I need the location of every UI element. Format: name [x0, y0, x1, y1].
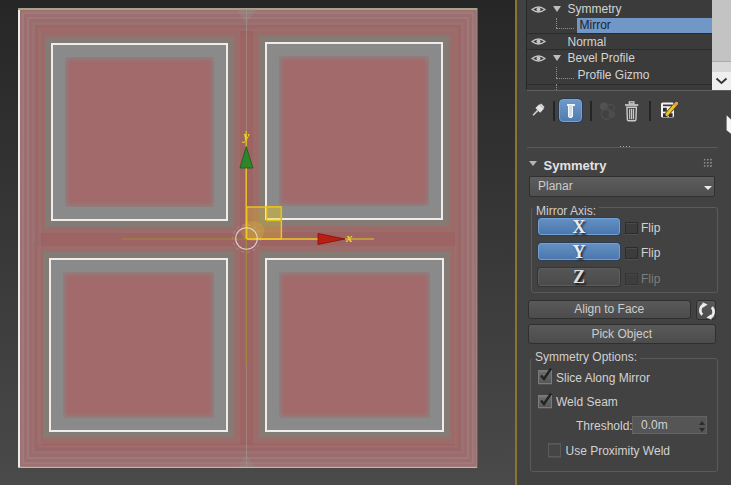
svg-text:x: x	[345, 230, 353, 245]
svg-text:y: y	[242, 128, 250, 143]
